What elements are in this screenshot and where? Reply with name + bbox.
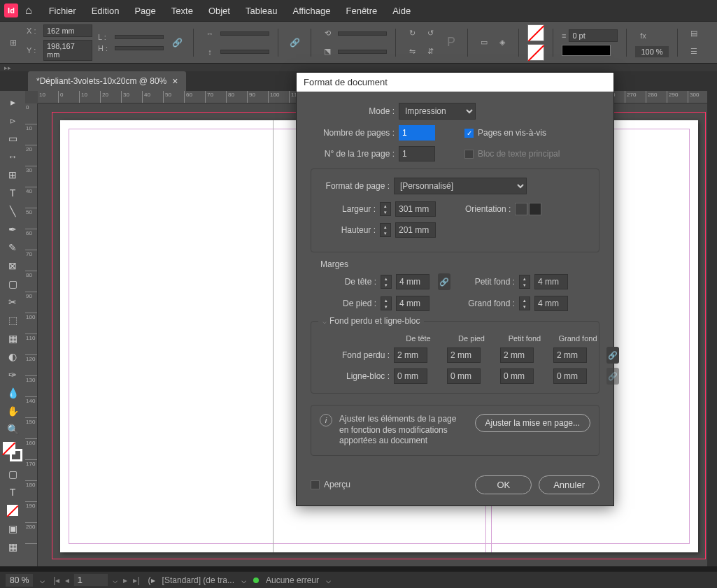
x-value[interactable]: 162 mm <box>43 24 92 37</box>
textwrap-icon[interactable]: ▤ <box>686 26 702 41</box>
reference-point-icon[interactable]: ⊞ <box>6 35 21 50</box>
margins-link-icon[interactable]: 🔗 <box>438 273 450 290</box>
select-content-icon[interactable]: ◈ <box>495 35 510 50</box>
right-panel-strip[interactable] <box>707 91 717 566</box>
stroke-swatch[interactable] <box>527 44 544 61</box>
open-bracket-icon[interactable]: (▸ <box>148 575 155 585</box>
stroke-weight[interactable]: 0 pt <box>569 29 618 42</box>
height-spinner[interactable]: ▴▾ <box>380 223 391 237</box>
margin-inside-input[interactable] <box>534 274 568 289</box>
hand-tool[interactable]: ✋ <box>3 403 22 420</box>
margin-top-input[interactable] <box>396 274 430 289</box>
rotate-icon[interactable]: ⟲ <box>320 26 335 41</box>
panel-collapse-bar[interactable]: ▸▸ <box>0 63 717 71</box>
direct-selection-tool[interactable]: ▹ <box>3 112 22 129</box>
fill-stroke-swatch[interactable] <box>3 442 22 461</box>
view-mode-normal-icon[interactable]: ▣ <box>3 520 22 537</box>
layer-indicator[interactable]: [Standard] (de tra... <box>162 575 234 585</box>
select-container-icon[interactable]: ▭ <box>476 35 492 50</box>
page-tool[interactable]: ▭ <box>3 130 22 147</box>
orientation-landscape-button[interactable] <box>529 203 541 215</box>
scale-y[interactable] <box>220 50 269 54</box>
formatting-container-icon[interactable]: ▢ <box>3 466 22 482</box>
menu-fichier[interactable]: Fichier <box>42 1 83 20</box>
slug-top-input[interactable] <box>394 368 427 384</box>
scale-x-icon[interactable]: ↔ <box>202 26 218 41</box>
menu-edition[interactable]: Edition <box>85 1 127 20</box>
formatting-text-icon[interactable]: T <box>3 484 22 501</box>
align-icon[interactable]: ☰ <box>686 44 702 59</box>
preflight-status[interactable]: Aucune erreur <box>266 575 319 585</box>
bleed-section-label[interactable]: ⌵Fond perdu et ligne-bloc <box>318 316 424 326</box>
type-tool[interactable]: T <box>3 185 22 201</box>
rotate-value[interactable] <box>338 31 387 36</box>
width-input[interactable] <box>395 201 436 217</box>
home-icon[interactable]: ⌂ <box>25 4 32 17</box>
rotate-cw-icon[interactable]: ↻ <box>404 26 420 41</box>
bleed-link-icon[interactable]: 🔗 <box>606 347 619 364</box>
flip-h-icon[interactable]: ⇋ <box>404 44 420 59</box>
next-page-icon[interactable]: ▸ <box>122 575 129 585</box>
gradient-feather-tool[interactable]: ◐ <box>3 348 22 365</box>
free-transform-tool[interactable]: ⬚ <box>3 312 22 329</box>
stroke-style[interactable] <box>562 45 611 56</box>
bleed-outside-input[interactable] <box>553 347 587 363</box>
ok-button[interactable]: OK <box>475 475 532 494</box>
mode-select[interactable]: Impression <box>399 103 476 120</box>
gap-tool[interactable]: ↔ <box>3 148 22 165</box>
zoom-dropdown-icon[interactable]: ⌵ <box>40 575 45 585</box>
fx-icon[interactable]: fx <box>635 28 651 43</box>
zoom-select[interactable]: 80 % <box>6 574 33 587</box>
content-collector-tool[interactable]: ⊞ <box>3 166 22 183</box>
menu-fenetre[interactable]: Fenêtre <box>339 1 384 20</box>
p-icon[interactable]: P <box>443 35 459 50</box>
margin-bottom-input[interactable] <box>396 296 430 311</box>
primary-text-frame-checkbox[interactable]: Bloc de texte principal <box>464 149 560 159</box>
prev-page-icon[interactable]: ◂ <box>64 575 71 585</box>
adjust-layout-button[interactable]: Ajuster la mise en page... <box>475 414 590 432</box>
apply-none-icon[interactable] <box>3 502 22 519</box>
bleed-inside-input[interactable] <box>500 347 534 363</box>
l-value[interactable] <box>115 35 164 39</box>
height-input[interactable] <box>395 222 436 238</box>
slug-inside-input[interactable] <box>500 368 534 384</box>
pageformat-select[interactable]: [Personnalisé] <box>394 178 527 194</box>
h-value[interactable] <box>115 46 164 50</box>
margin-inside-spinner[interactable]: ▴▾ <box>519 275 530 289</box>
chain-icon[interactable]: 🔗 <box>287 35 302 50</box>
pen-tool[interactable]: ✒ <box>3 221 22 238</box>
rectangle-frame-tool[interactable]: ⊠ <box>3 257 22 274</box>
last-page-icon[interactable]: ▸| <box>132 575 141 585</box>
line-tool[interactable]: ╲ <box>3 203 22 220</box>
menu-affichage[interactable]: Affichage <box>286 1 338 20</box>
scale-y-icon[interactable]: ↕ <box>202 44 218 59</box>
view-mode-preview-icon[interactable]: ▦ <box>3 538 22 555</box>
preflight-dropdown-icon[interactable]: ⌵ <box>326 575 331 585</box>
slug-outside-input[interactable] <box>553 368 587 384</box>
preview-checkbox[interactable]: Aperçu <box>311 480 350 489</box>
rectangle-tool[interactable]: ▢ <box>3 275 22 292</box>
bleed-bottom-input[interactable] <box>447 347 481 363</box>
menu-texte[interactable]: Texte <box>164 1 200 20</box>
page-dropdown-icon[interactable]: ⌵ <box>111 575 119 585</box>
cancel-button[interactable]: Annuler <box>539 475 599 494</box>
eyedropper-tool[interactable]: 💧 <box>3 385 22 401</box>
shear-value[interactable] <box>338 50 387 54</box>
menu-tableau[interactable]: Tableau <box>239 1 285 20</box>
scale-x[interactable] <box>220 31 269 36</box>
link-wh-icon[interactable]: 🔗 <box>169 35 185 50</box>
pencil-tool[interactable]: ✎ <box>3 239 22 256</box>
layer-dropdown-icon[interactable]: ⌵ <box>241 575 246 585</box>
margin-outside-spinner[interactable]: ▴▾ <box>519 296 530 310</box>
y-value[interactable]: 198,167 mm <box>43 40 92 61</box>
firstpage-input[interactable] <box>399 146 435 162</box>
margin-bottom-spinner[interactable]: ▴▾ <box>381 296 392 310</box>
width-spinner[interactable]: ▴▾ <box>380 202 391 216</box>
scissors-tool[interactable]: ✂ <box>3 294 22 310</box>
bleed-top-input[interactable] <box>394 347 427 363</box>
opacity-value[interactable]: 100 % <box>635 46 668 57</box>
zoom-tool[interactable]: 🔍 <box>3 421 22 438</box>
first-page-icon[interactable]: |◂ <box>52 575 61 585</box>
page-input[interactable] <box>73 573 108 587</box>
shear-icon[interactable]: ⬔ <box>320 44 335 59</box>
